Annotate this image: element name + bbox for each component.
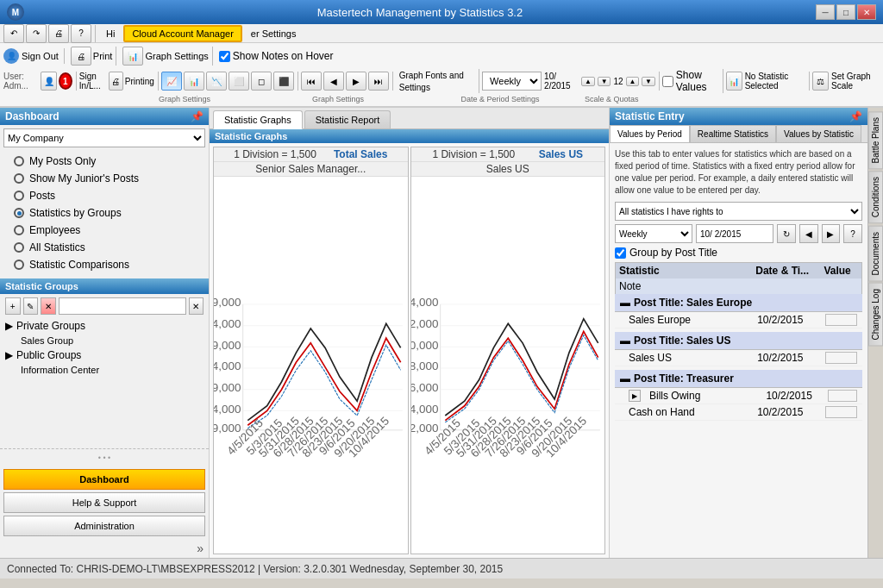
sidebar-item-juniors[interactable]: Show My Junior's Posts (0, 170, 209, 187)
nav-prev[interactable]: ◀ (323, 72, 344, 91)
no-statistic-label: No Statistic Selected (745, 72, 806, 91)
tab-values-by-statistic[interactable]: Values by Statistic (776, 125, 861, 142)
stat-t2: Cash on Hand (629, 406, 750, 418)
help-button[interactable]: ? (71, 24, 91, 43)
sidebar-item-my-posts[interactable]: My Posts Only (0, 153, 209, 170)
graph-type-3[interactable]: 📉 (206, 72, 227, 91)
val-su1[interactable] (825, 352, 857, 364)
sidebar-item-employees[interactable]: Employees (0, 222, 209, 239)
tab-realtime[interactable]: Realtime Statistics (690, 125, 776, 142)
help-entry-btn[interactable]: ? (843, 224, 862, 243)
scale-icon[interactable]: ⚖ (812, 72, 829, 91)
minimize-button[interactable]: ─ (816, 4, 835, 20)
status-text: Connected To: CHRIS-DEMO-LT\MBSEXPRESS20… (7, 563, 503, 575)
side-tab-conditions[interactable]: Conditions (868, 171, 883, 223)
val-t1[interactable] (828, 390, 857, 402)
side-tabs: Battle Plans Conditions Documents Change… (867, 108, 883, 558)
val-se1[interactable] (825, 314, 857, 326)
private-groups-header[interactable]: ▶ Private Groups (0, 318, 209, 334)
frequency-select[interactable]: Weekly Daily Monthly (482, 72, 542, 91)
post-expand-2[interactable]: ▬ (620, 335, 630, 347)
next-period-btn[interactable]: ▶ (822, 224, 841, 243)
group-search-input[interactable] (59, 297, 186, 315)
group-by-checkbox[interactable]: Group by Post Title (615, 247, 717, 259)
prev-period-btn[interactable]: ◀ (799, 224, 818, 243)
show-values-checkbox[interactable]: Show Values (662, 69, 719, 93)
tab-stat-report[interactable]: Statistic Report (304, 110, 391, 128)
tab-values-by-period[interactable]: Values by Period (610, 125, 690, 142)
post-expand-3[interactable]: ▬ (620, 372, 630, 385)
search-clear-btn[interactable]: ✕ (189, 297, 204, 315)
graph-panel-total-sales: 1 Division = 1,500 Total Sales Senior Sa… (213, 147, 409, 554)
refresh-btn[interactable]: ↻ (777, 224, 796, 243)
expand-arrow[interactable]: » (0, 539, 209, 558)
sidebar-item-posts[interactable]: Posts (0, 187, 209, 204)
show-notes-checkbox[interactable]: Show Notes on Hover (219, 50, 334, 62)
svg-text:$44,000: $44,000 (214, 317, 241, 330)
num-spin-up[interactable]: ▲ (626, 77, 640, 86)
add-group-btn[interactable]: + (5, 297, 21, 315)
sidebar-item-all-stats[interactable]: All Statistics (0, 239, 209, 256)
radio-my-posts (14, 156, 24, 166)
entry-date-input[interactable] (696, 224, 773, 243)
graph-type-2[interactable]: 📊 (184, 72, 204, 91)
sidebar-item-stats-by-groups[interactable]: Statistics by Groups (0, 204, 209, 222)
maximize-button[interactable]: □ (836, 4, 855, 20)
date-spin-down[interactable]: ▼ (598, 77, 611, 86)
arrow-indicator-t1[interactable]: ▶ (629, 390, 641, 402)
graph-svg-1: $49,000 $44,000 $39,000 $34,000 $29,000 … (214, 177, 408, 554)
public-groups-header[interactable]: ▶ Public Groups (0, 347, 209, 363)
menu-er-settings[interactable]: er Settings (244, 27, 304, 41)
dashboard-button[interactable]: Dashboard (3, 469, 205, 490)
public-groups-expand: ▶ (5, 349, 13, 361)
nav-next[interactable]: ▶ (346, 72, 366, 91)
right-panel-pin[interactable]: 📌 (849, 110, 862, 122)
forward-button[interactable]: ↷ (26, 24, 47, 43)
right-panel: Statistic Entry 📌 Values by Period Realt… (609, 108, 867, 558)
post-expand-1[interactable]: ▬ (620, 297, 630, 309)
graph-type-5[interactable]: ◻ (251, 72, 272, 91)
side-tab-battle-plans[interactable]: Battle Plans (868, 111, 883, 169)
edit-group-btn[interactable]: ✎ (23, 297, 39, 315)
svg-text:$39,000: $39,000 (214, 339, 241, 352)
menu-cloud[interactable]: Cloud Account Manager (123, 25, 241, 42)
side-tab-documents[interactable]: Documents (868, 226, 883, 282)
company-dropdown[interactable]: My Company (3, 128, 205, 147)
print-toolbar-button[interactable]: 🖨 (48, 24, 69, 43)
help-support-button[interactable]: Help & Support (3, 492, 205, 513)
graph-panel-1-label2: Senior Sales Manager... (214, 162, 408, 177)
delete-group-btn[interactable]: ✕ (41, 297, 56, 315)
sign-out-button[interactable]: Sign Out (22, 51, 59, 61)
sidebar-item-stat-comparisons[interactable]: Statistic Comparisons (0, 256, 209, 273)
num-spin-down[interactable]: ▼ (642, 77, 655, 86)
val-t2[interactable] (825, 406, 857, 418)
info-center-item[interactable]: Information Center (0, 363, 209, 377)
stat-icon[interactable]: 📊 (726, 72, 742, 91)
print-button[interactable]: 🖨 (71, 47, 91, 66)
private-groups-expand: ▶ (5, 320, 13, 332)
sales-group-item[interactable]: Sales Group (0, 334, 209, 347)
nav-start[interactable]: ⏮ (301, 72, 322, 91)
graph-type-6[interactable]: ⬛ (273, 72, 294, 91)
side-tab-changes-log[interactable]: Changes Log (868, 283, 883, 347)
group-by-label: Group by Post Title (629, 247, 717, 259)
nav-end[interactable]: ⏭ (368, 72, 389, 91)
menu-hi[interactable]: Hi (99, 27, 122, 41)
svg-text:$24,000: $24,000 (214, 403, 241, 416)
tab-stat-graphs[interactable]: Statistic Graphs (213, 110, 303, 129)
user-btn1[interactable]: 👤 (41, 72, 57, 91)
printing-label: Printing (125, 77, 154, 86)
back-button[interactable]: ↶ (3, 24, 24, 43)
printing-btn[interactable]: 🖨 (109, 72, 123, 91)
num-label: 12 (613, 77, 623, 86)
close-button[interactable]: ✕ (857, 4, 876, 20)
date-spin-up[interactable]: ▲ (581, 77, 595, 86)
graph-settings-button[interactable]: 📊 (122, 47, 143, 66)
graph-type-1[interactable]: 📈 (161, 72, 182, 91)
sidebar-pin[interactable]: 📌 (191, 110, 204, 122)
signin-label: Sign In/L... (79, 72, 107, 91)
administration-button[interactable]: Administration (3, 516, 205, 536)
filter-select[interactable]: All statistics I have rights to (615, 202, 862, 221)
period-select[interactable]: Weekly (615, 224, 692, 243)
graph-type-4[interactable]: ⬜ (229, 72, 249, 91)
